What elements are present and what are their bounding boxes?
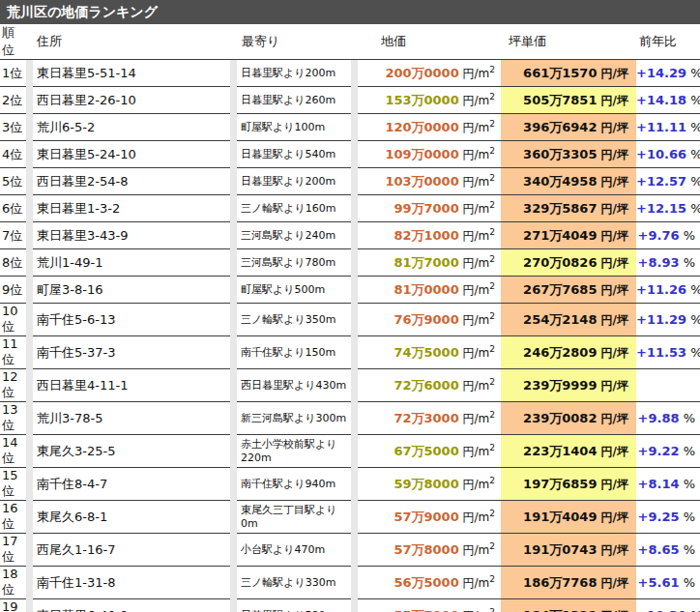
page-title: 荒川区の地価ランキング xyxy=(0,0,700,24)
column-gutter xyxy=(230,249,237,277)
tsubo-price-cell: 661万1570 円/坪 xyxy=(501,60,636,87)
yoy-change-cell: +11.26 % xyxy=(636,277,700,304)
tsubo-price-cell: 186万7768 円/坪 xyxy=(501,567,636,599)
tsubo-price-cell: 271万4049 円/坪 xyxy=(501,222,636,249)
column-header-rank: 順位 xyxy=(0,24,26,60)
nearest-station-cell: 三河島駅より780m xyxy=(237,249,351,277)
address-cell: 町屋3-8-16 xyxy=(33,277,230,304)
column-gutter xyxy=(26,468,33,501)
column-gutter xyxy=(351,277,358,304)
column-gutter xyxy=(26,60,33,87)
rank-cell: 14位 xyxy=(0,435,26,468)
table-row: 5位 西日暮里2-54-8 日暮里駅より200m 103万0000 円/m2 3… xyxy=(0,168,700,195)
land-price-cell: 55万7000 円/m2 xyxy=(358,599,501,612)
table-row: 9位 町屋3-8-16 町屋駅より500m 81万0000 円/m2 267万7… xyxy=(0,277,700,304)
tsubo-price-cell: 239万9999 円/坪 xyxy=(501,369,636,402)
address-cell: 西日暮里2-54-8 xyxy=(33,168,230,195)
yoy-change-cell: +8.14 % xyxy=(636,468,700,501)
column-gutter xyxy=(351,249,358,277)
nearest-station-cell: 南千住駅より150m xyxy=(237,336,351,369)
yoy-change-cell: +9.88 % xyxy=(636,402,700,435)
address-cell: 東日暮里5-24-10 xyxy=(33,141,230,168)
column-gutter xyxy=(230,304,237,336)
column-gutter xyxy=(26,369,33,402)
column-gutter xyxy=(230,599,237,612)
address-cell: 南千住5-6-13 xyxy=(33,304,230,336)
tsubo-price-cell: 254万2148 円/坪 xyxy=(501,304,636,336)
column-gutter xyxy=(26,195,33,222)
yoy-change-cell: +10.30 % xyxy=(636,599,700,612)
rank-cell: 12位 xyxy=(0,369,26,402)
nearest-station-cell: 三ノ輪駅より350m xyxy=(237,304,351,336)
nearest-station-cell: 東尾久三丁目駅より0m xyxy=(237,501,351,534)
column-gutter xyxy=(351,567,358,599)
column-gutter xyxy=(26,501,33,534)
land-price-cell: 72万3000 円/m2 xyxy=(358,402,501,435)
column-gutter xyxy=(26,599,33,612)
tsubo-price-cell: 246万2809 円/坪 xyxy=(501,336,636,369)
address-cell: 東日暮里3-43-9 xyxy=(33,222,230,249)
tsubo-price-cell: 184万1322 円/坪 xyxy=(501,599,636,612)
column-gutter xyxy=(351,599,358,612)
table-row: 15位 南千住8-4-7 南千住駅より940m 59万8000 円/m2 197… xyxy=(0,468,700,501)
table-row: 1位 東日暮里5-51-14 日暮里駅より200m 200万0000 円/m2 … xyxy=(0,60,700,87)
tsubo-price-cell: 239万0082 円/坪 xyxy=(501,402,636,435)
column-gutter xyxy=(26,168,33,195)
rank-cell: 11位 xyxy=(0,336,26,369)
column-gutter xyxy=(230,534,237,567)
column-gutter xyxy=(351,402,358,435)
column-gutter xyxy=(351,534,358,567)
nearest-station-cell: 日暮里駅より580m xyxy=(237,599,351,612)
column-gutter xyxy=(351,114,358,141)
column-gutter xyxy=(26,435,33,468)
yoy-change-cell: +14.29 % xyxy=(636,60,700,87)
table-row: 14位 東尾久3-25-5 赤土小学校前駅より220m 67万5000 円/m2… xyxy=(0,435,700,468)
table-row: 3位 荒川6-5-2 町屋駅より100m 120万0000 円/m2 396万6… xyxy=(0,114,700,141)
table-row: 12位 西日暮里4-11-1 西日暮里駅より430m 72万6000 円/m2 … xyxy=(0,369,700,402)
address-cell: 南千住8-4-7 xyxy=(33,468,230,501)
land-price-cell: 99万7000 円/m2 xyxy=(358,195,501,222)
column-gutter xyxy=(230,435,237,468)
address-cell: 西日暮里2-26-10 xyxy=(33,87,230,114)
table-row: 19位 東日暮里6-40-9 日暮里駅より580m 55万7000 円/m2 1… xyxy=(0,599,700,612)
column-gutter xyxy=(26,249,33,277)
table-row: 18位 南千住1-31-8 三ノ輪駅より330m 56万5000 円/m2 18… xyxy=(0,567,700,599)
land-price-cell: 72万6000 円/m2 xyxy=(358,369,501,402)
yoy-change-cell xyxy=(636,369,700,402)
column-gutter xyxy=(26,114,33,141)
rank-cell: 8位 xyxy=(0,249,26,277)
address-cell: 西尾久1-16-7 xyxy=(33,534,230,567)
column-gutter xyxy=(351,369,358,402)
table-row: 8位 荒川1-49-1 三河島駅より780m 81万7000 円/m2 270万… xyxy=(0,249,700,277)
rank-cell: 19位 xyxy=(0,599,26,612)
table-row: 11位 南千住5-37-3 南千住駅より150m 74万5000 円/m2 24… xyxy=(0,336,700,369)
address-cell: 荒川1-49-1 xyxy=(33,249,230,277)
table-row: 7位 東日暮里3-43-9 三河島駅より240m 82万1000 円/m2 27… xyxy=(0,222,700,249)
column-gutter xyxy=(351,168,358,195)
address-cell: 東尾久3-25-5 xyxy=(33,435,230,468)
table-row: 6位 東日暮里1-3-2 三ノ輪駅より160m 99万7000 円/m2 329… xyxy=(0,195,700,222)
nearest-station-cell: 三ノ輪駅より160m xyxy=(237,195,351,222)
tsubo-price-cell: 223万1404 円/坪 xyxy=(501,435,636,468)
column-gutter xyxy=(351,336,358,369)
column-gutter xyxy=(230,468,237,501)
tsubo-price-cell: 197万6859 円/坪 xyxy=(501,468,636,501)
column-gutter xyxy=(230,336,237,369)
column-gutter xyxy=(26,24,33,60)
rank-cell: 4位 xyxy=(0,141,26,168)
column-gutter xyxy=(230,24,237,60)
column-gutter xyxy=(351,141,358,168)
column-gutter xyxy=(26,277,33,304)
table-row: 10位 南千住5-6-13 三ノ輪駅より350m 76万9000 円/m2 25… xyxy=(0,304,700,336)
rank-cell: 17位 xyxy=(0,534,26,567)
nearest-station-cell: 西日暮里駅より430m xyxy=(237,369,351,402)
rank-cell: 16位 xyxy=(0,501,26,534)
column-gutter xyxy=(351,195,358,222)
column-gutter xyxy=(230,141,237,168)
column-gutter xyxy=(26,567,33,599)
rank-cell: 13位 xyxy=(0,402,26,435)
column-gutter xyxy=(230,195,237,222)
land-price-cell: 56万5000 円/m2 xyxy=(358,567,501,599)
rank-cell: 6位 xyxy=(0,195,26,222)
column-gutter xyxy=(26,534,33,567)
